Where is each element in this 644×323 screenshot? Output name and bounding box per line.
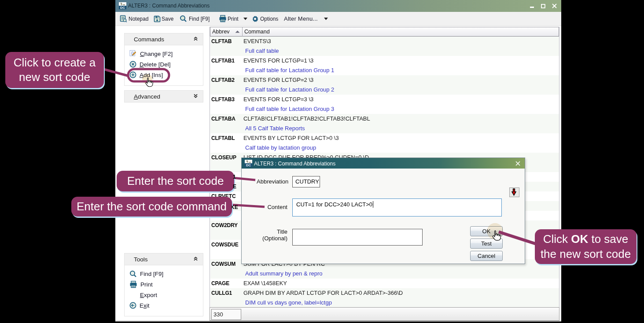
svg-text:DC: DC (246, 163, 251, 167)
svg-text:DC: DC (120, 6, 125, 9)
